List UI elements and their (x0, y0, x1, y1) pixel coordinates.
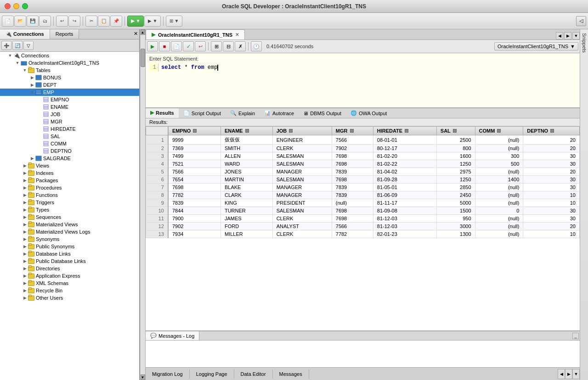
tree-item-functions[interactable]: ▶ Functions (0, 191, 139, 199)
tree-item-mgr[interactable]: MGR (0, 118, 139, 125)
refresh-button[interactable]: 🔄 (12, 41, 23, 50)
rollback-button[interactable]: ↩ (195, 41, 206, 51)
results-tab-explain[interactable]: 🔍 Explain (226, 109, 260, 117)
tree-connections-root[interactable]: ▼ 🔌 Connections (0, 52, 139, 59)
tab-connections[interactable]: 🔌 Connections (0, 29, 50, 39)
tree-item-bonus[interactable]: ▶ BONUS (0, 74, 139, 81)
sql-tab-main[interactable]: ▶ OracleInstantClient10gR1_TNS ✕ (146, 29, 245, 39)
table-row[interactable]: 1 9999 仮仮仮 ENGINEER 7566 08-01-01 2500 (… (146, 135, 580, 145)
tree-item-xml-schemas[interactable]: ▶ XML Schemas (0, 279, 139, 287)
tree-container[interactable]: ▼ 🔌 Connections ▼ OracleInstantClient10g… (0, 52, 139, 380)
bottom-nav-menu[interactable]: ▼ (572, 369, 580, 379)
table-row[interactable]: 6 7654 MARTIN SALESMAN 7698 81-09-28 125… (146, 176, 580, 184)
th-comm[interactable]: COMM (475, 127, 523, 135)
tree-item-mat-views[interactable]: ▶ Materialized Views (0, 221, 139, 228)
tree-item-procedures[interactable]: ▶ Procedures (0, 184, 139, 191)
forward-button[interactable]: ↪ (68, 16, 80, 27)
results-tab-script[interactable]: 📄 Script Output (179, 109, 226, 117)
cut-button[interactable]: ✂ (85, 16, 97, 27)
bottom-tab-logging[interactable]: Logging Page (190, 369, 234, 379)
copy-button[interactable]: 📋 (98, 16, 110, 27)
tree-item-emp[interactable]: ▼ EMP (0, 89, 139, 96)
th-job[interactable]: JOB (272, 127, 332, 135)
snippets-button[interactable]: ◁ (576, 16, 586, 26)
tree-item-sal[interactable]: SAL (0, 133, 139, 140)
results-tab-results[interactable]: ▶ Results (146, 108, 179, 118)
run-button[interactable]: ▶ ▼ (127, 16, 144, 27)
tree-item-indexes[interactable]: ▶ Indexes (0, 169, 139, 177)
tree-item-empno[interactable]: EMPNO (0, 96, 139, 103)
tree-item-triggers[interactable]: ▶ Triggers (0, 199, 139, 206)
results-tab-autotrace[interactable]: 📊 Autotrace (260, 109, 299, 117)
tree-item-hiredate[interactable]: HIREDATE (0, 125, 139, 133)
paste-button[interactable]: 📌 (110, 16, 122, 27)
tree-tables-folder[interactable]: ▼ Tables (0, 67, 139, 74)
th-ename[interactable]: ENAME (220, 127, 272, 135)
table-row[interactable]: 10 7844 TURNER SALESMAN 7698 81-09-08 15… (146, 207, 580, 215)
tree-connection-node[interactable]: ▼ OracleInstantClient10gR1_TNS (0, 59, 139, 67)
tree-item-recycle-bin[interactable]: ▶ Recycle Bin (0, 287, 139, 294)
commit-button[interactable]: ✓ (183, 41, 194, 51)
history-button[interactable]: 🕐 (251, 41, 262, 51)
save-button[interactable]: 💾 (27, 16, 39, 27)
connection-selector[interactable]: OracleInstantClient10gR1_TNS ▼ (494, 42, 578, 50)
bottom-tab-messages[interactable]: Messages (273, 369, 309, 379)
table-row[interactable]: 13 7934 MILLER CLERK 7782 82-01-23 1300 … (146, 230, 580, 238)
tree-item-ename[interactable]: ENAME (0, 103, 139, 111)
table-row[interactable]: 11 7900 JAMES CLERK 7698 81-12-03 950 (n… (146, 215, 580, 223)
scroll-thumb[interactable] (141, 49, 145, 67)
sql-content[interactable]: select * from emp (158, 63, 576, 72)
tree-item-dept[interactable]: ▶ DEPT (0, 81, 139, 89)
scroll-down[interactable]: ▼ (141, 374, 145, 380)
tab-nav-menu[interactable]: ▼ (572, 32, 580, 39)
sql-worksheet-button[interactable]: ⊞ ▼ (166, 16, 182, 27)
table-row[interactable]: 12 7902 FORD ANALYST 7566 81-12-03 3000 … (146, 223, 580, 230)
tree-item-salgrade[interactable]: ▶ SALGRADE (0, 155, 139, 162)
tree-item-comm[interactable]: COMM (0, 140, 139, 147)
tree-item-sequences[interactable]: ▶ Sequences (0, 213, 139, 221)
save-all-button[interactable]: 🗂 (39, 16, 51, 27)
autotrace-button[interactable]: ⊟ (223, 41, 234, 51)
table-row[interactable]: 8 7782 CLARK MANAGER 7839 81-06-09 2450 … (146, 191, 580, 199)
sql-tab-close[interactable]: ✕ (235, 32, 239, 37)
run-script-button[interactable]: ▶ ▼ (144, 16, 161, 27)
tree-item-job[interactable]: JOB (0, 111, 139, 118)
table-row[interactable]: 7 7698 BLAKE MANAGER 7839 81-05-01 2850 … (146, 184, 580, 191)
window-controls[interactable] (5, 3, 28, 9)
explain-button[interactable]: ⊞ (211, 41, 222, 51)
messages-log-tab[interactable]: 💬 Messages - Log (146, 331, 199, 340)
new-button[interactable]: 📄 (2, 16, 14, 27)
table-row[interactable]: 4 7521 WARD SALESMAN 7698 81-02-22 1250 … (146, 160, 580, 168)
minimize-button[interactable] (13, 3, 19, 9)
scroll-up[interactable]: ▲ (141, 29, 145, 35)
open-button[interactable]: 📂 (14, 16, 26, 27)
tree-item-directories[interactable]: ▶ Directories (0, 265, 139, 272)
messages-minimize[interactable]: _ (572, 333, 579, 339)
snippets-panel[interactable]: Snippets (580, 29, 588, 380)
table-row[interactable]: 2 7369 SMITH CLERK 7902 80-12-17 800 (nu… (146, 145, 580, 152)
table-row[interactable]: 9 7839 KING PRESIDENT (null) 81-11-17 50… (146, 199, 580, 207)
bottom-nav-left[interactable]: ◀ (558, 369, 565, 379)
results-tab-owa[interactable]: 🌐 OWA Output (346, 109, 391, 117)
tree-item-pub-db-links[interactable]: ▶ Public Database Links (0, 257, 139, 265)
maximize-button[interactable] (22, 3, 28, 9)
th-sal[interactable]: SAL (436, 127, 475, 135)
tab-nav-right[interactable]: ▶ (564, 32, 571, 39)
th-empno[interactable]: EMPNO (168, 127, 221, 135)
bottom-nav-right[interactable]: ▶ (565, 369, 572, 379)
results-tab-dbms[interactable]: 🖥 DBMS Output (299, 109, 346, 117)
tab-nav-left[interactable]: ◀ (556, 32, 563, 39)
execute-button[interactable]: ▶ (147, 41, 158, 51)
table-row[interactable]: 5 7566 JONES MANAGER 7839 81-04-02 2975 … (146, 168, 580, 176)
stop-button[interactable]: ■ (159, 41, 170, 51)
tree-item-other-users[interactable]: ▶ Other Users (0, 294, 139, 302)
tree-item-db-links[interactable]: ▶ Database Links (0, 250, 139, 257)
back-button[interactable]: ↩ (56, 16, 68, 27)
sql-editor[interactable]: Enter SQL Statement: 1 select * from emp (146, 53, 580, 108)
tree-item-views[interactable]: ▶ Views (0, 162, 139, 169)
close-button[interactable] (5, 3, 11, 9)
th-hiredate[interactable]: HIREDATE (373, 127, 436, 135)
tree-item-packages[interactable]: ▶ Packages (0, 177, 139, 184)
bottom-tab-migration[interactable]: Migration Log (146, 369, 190, 379)
tree-item-public-synonyms[interactable]: ▶ Public Synonyms (0, 243, 139, 250)
